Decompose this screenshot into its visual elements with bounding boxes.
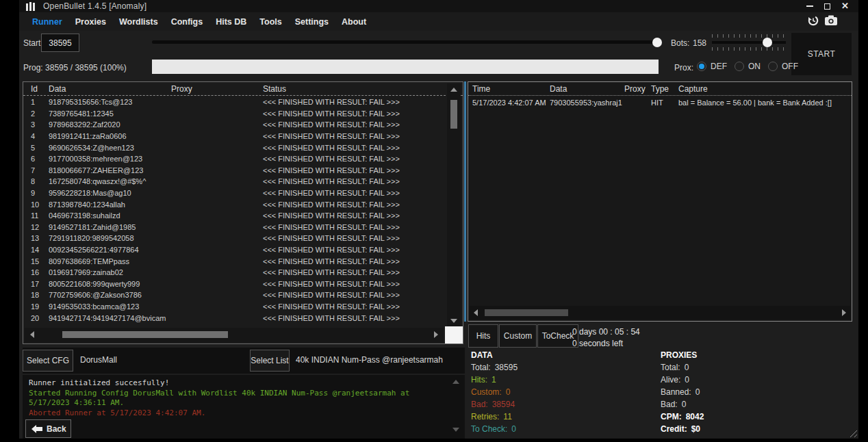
- scrollbar-thumb[interactable]: [450, 100, 457, 129]
- column-header-id[interactable]: Id: [23, 84, 49, 94]
- scroll-up-icon[interactable]: [452, 380, 459, 384]
- panel-splitter[interactable]: [464, 81, 466, 322]
- table-row[interactable]: 19 9149535033:bcamca@123 <<< FINISHED WI…: [23, 301, 445, 313]
- menu-item[interactable]: Runner: [32, 17, 62, 27]
- hits-filter-button[interactable]: Hits: [468, 324, 498, 348]
- horizontal-scrollbar[interactable]: [25, 328, 444, 342]
- cell-status: <<< FINISHED WITH RESULT: FAIL >>>: [263, 246, 445, 254]
- table-row[interactable]: 4 9819912411:zaRa0606 <<< FINISHED WITH …: [23, 131, 445, 142]
- proxy-mode-radio[interactable]: DEF: [697, 62, 727, 71]
- column-header-proxy[interactable]: Proxy: [624, 84, 651, 94]
- menu-item[interactable]: About: [342, 17, 366, 27]
- menu-item[interactable]: Hits DB: [216, 17, 246, 27]
- cell-id: 15: [23, 257, 49, 265]
- table-row[interactable]: 7 8180066677:ZAHEER@123 <<< FINISHED WIT…: [23, 165, 445, 177]
- menu-item[interactable]: Wordlists: [119, 17, 158, 27]
- menu-item[interactable]: Configs: [171, 17, 203, 27]
- menu-item[interactable]: Proxies: [75, 17, 106, 27]
- scroll-right-icon[interactable]: [434, 331, 438, 338]
- scroll-down-icon[interactable]: [452, 428, 459, 432]
- vertical-scrollbar[interactable]: [447, 83, 461, 327]
- back-button[interactable]: Back: [25, 419, 71, 438]
- table-row[interactable]: 20 9419427174:9419427174@bvicam <<< FINI…: [23, 312, 445, 324]
- table-row[interactable]: 5 9690626534:Z@heen123 <<< FINISHED WITH…: [23, 142, 445, 153]
- scroll-left-icon[interactable]: [30, 331, 34, 338]
- hits-rows: 5/17/2023 4:42:07 AM 7903055953:yashraj1…: [468, 96, 852, 108]
- close-icon[interactable]: ✕: [841, 3, 849, 10]
- table-row[interactable]: 18 7702759606:@Zakson3786 <<< FINISHED W…: [23, 289, 445, 301]
- stat-row: Alive:0: [661, 375, 704, 387]
- progress-slider-track[interactable]: [152, 40, 656, 44]
- scroll-up-icon[interactable]: [450, 88, 457, 92]
- cell-data: 7291911820:9899542058: [49, 234, 171, 242]
- column-header-type[interactable]: Type: [651, 84, 678, 94]
- select-list-button[interactable]: Select List: [250, 350, 290, 372]
- column-header-data[interactable]: Data: [49, 84, 171, 94]
- screenshot-camera-icon[interactable]: [824, 14, 838, 29]
- back-label: Back: [47, 424, 66, 434]
- runner-log[interactable]: Runner initialized succesfully!Started R…: [23, 375, 465, 439]
- cell-type: HIT: [651, 99, 678, 107]
- column-header-status[interactable]: Status: [263, 84, 463, 94]
- column-header-data[interactable]: Data: [550, 84, 624, 94]
- prog-label: Prog: 38595 / 38595 (100%): [23, 63, 127, 73]
- results-header: Id Data Proxy Status: [23, 82, 463, 96]
- custom-filter-button[interactable]: Custom: [499, 324, 537, 348]
- selected-wordlist: 40k INDIAN Num-Pass @ranjeetsarmah: [296, 355, 443, 365]
- table-row[interactable]: 5/17/2023 4:42:07 AM 7903055953:yashraj1…: [468, 96, 852, 108]
- timer-elapsed: 0 days 00 : 05 : 54: [572, 326, 640, 338]
- menu-item[interactable]: Settings: [295, 17, 329, 27]
- progress-slider-thumb[interactable]: [652, 38, 662, 47]
- table-row[interactable]: 17 8005221608:999qwerty999 <<< FINISHED …: [23, 278, 445, 290]
- scroll-down-icon[interactable]: [450, 319, 457, 323]
- bots-value: 158: [693, 38, 706, 48]
- start-button[interactable]: START: [791, 33, 852, 75]
- table-row[interactable]: 14 00923452566221:4977864 <<< FINISHED W…: [23, 244, 445, 256]
- table-row[interactable]: 1 918795315656:Tcs@123 <<< FINISHED WITH…: [23, 96, 445, 108]
- minimize-icon[interactable]: [806, 5, 813, 7]
- cell-id: 10: [23, 200, 49, 209]
- maximize-icon[interactable]: [824, 3, 830, 10]
- cell-status: <<< FINISHED WITH RESULT: FAIL >>>: [263, 177, 445, 185]
- scroll-left-icon[interactable]: [474, 309, 478, 316]
- table-row[interactable]: 2 7389765481:12345 <<< FINISHED WITH RES…: [23, 108, 445, 120]
- bots-slider-thumb[interactable]: [763, 38, 772, 47]
- table-row[interactable]: 16 0196917969:zainab02 <<< FINISHED WITH…: [23, 267, 445, 278]
- scrollbar-thumb[interactable]: [485, 309, 568, 316]
- table-row[interactable]: 12 9149527181:Zahid@1985 <<< FINISHED WI…: [23, 222, 445, 233]
- table-row[interactable]: 9 9596228218:Mas@ag10 <<< FINISHED WITH …: [23, 187, 445, 199]
- stat-row: Bad:0: [661, 400, 704, 412]
- scrollbar-thumb[interactable]: [62, 331, 228, 338]
- stat-row: Total:38595: [471, 363, 518, 375]
- cell-id: 18: [23, 291, 49, 299]
- cell-id: 3: [23, 120, 49, 129]
- column-header-capture[interactable]: Capture: [678, 84, 852, 94]
- radio-label: DEF: [711, 62, 727, 71]
- table-row[interactable]: 11 0469673198:suhailzd <<< FINISHED WITH…: [23, 210, 445, 222]
- menu-item[interactable]: Tools: [259, 17, 281, 27]
- start-input[interactable]: [41, 34, 79, 52]
- cell-data: 9149535033:bcamca@123: [49, 302, 171, 311]
- proxy-mode-radio[interactable]: OFF: [768, 62, 798, 71]
- menu-bar: RunnerProxiesWordlistsConfigsHits DBTool…: [19, 12, 858, 31]
- resize-grip[interactable]: [848, 428, 857, 437]
- cell-status: <<< FINISHED WITH RESULT: FAIL >>>: [263, 314, 445, 322]
- history-icon[interactable]: [807, 14, 819, 29]
- cell-data: 7702759606:@Zakson3786: [49, 291, 171, 299]
- bots-slider[interactable]: [712, 34, 786, 51]
- scroll-right-icon[interactable]: [842, 309, 846, 316]
- cell-status: <<< FINISHED WITH RESULT: FAIL >>>: [263, 302, 445, 311]
- column-header-time[interactable]: Time: [468, 84, 550, 94]
- select-cfg-button[interactable]: Select CFG: [23, 350, 73, 372]
- table-row[interactable]: 13 7291911820:9899542058 <<< FINISHED WI…: [23, 233, 445, 244]
- timer: 0 days 00 : 05 : 54 0 seconds left: [572, 326, 640, 350]
- column-header-proxy[interactable]: Proxy: [171, 84, 263, 94]
- table-row[interactable]: 3 9789683292:Zaf2020 <<< FINISHED WITH R…: [23, 119, 445, 131]
- table-row[interactable]: 8 1672580748:qwaszx!@#$%^ <<< FINISHED W…: [23, 176, 445, 187]
- slider-ticks: [712, 47, 786, 51]
- horizontal-scrollbar[interactable]: [470, 306, 850, 320]
- table-row[interactable]: 6 9177000358:mehreen@123 <<< FINISHED WI…: [23, 153, 445, 165]
- table-row[interactable]: 15 8097638669:TEMPpass <<< FINISHED WITH…: [23, 255, 445, 267]
- proxy-mode-radio[interactable]: ON: [735, 62, 761, 71]
- table-row[interactable]: 10 8713987840:1234allah <<< FINISHED WIT…: [23, 198, 445, 210]
